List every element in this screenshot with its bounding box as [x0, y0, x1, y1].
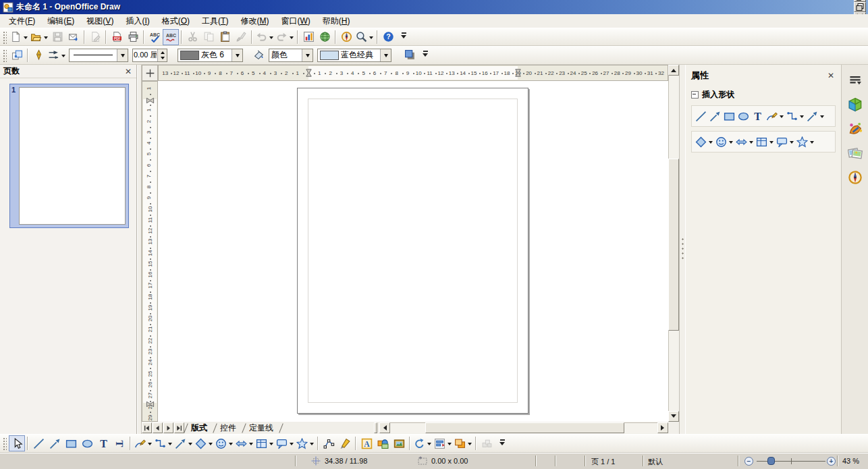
dropdown-arrow-icon[interactable] [447, 443, 452, 447]
scrollbar-thumb[interactable] [668, 159, 679, 331]
dropdown-arrow-icon[interactable] [61, 55, 65, 59]
insert-curve-button[interactable] [765, 108, 785, 124]
fill-style-select[interactable]: 颜色 [269, 49, 313, 62]
gallery-button[interactable] [391, 435, 407, 451]
line-color-select[interactable]: 灰色 6 [178, 49, 243, 62]
menu-o[interactable]: 格式(O) [156, 14, 196, 28]
line-style-select[interactable] [69, 49, 128, 62]
insert-ellipse-button[interactable] [736, 108, 751, 124]
navigator-button[interactable] [338, 29, 354, 45]
insert-line-arrow-end-button[interactable] [708, 108, 722, 124]
dropdown-arrow-icon[interactable] [729, 141, 733, 146]
help-button[interactable]: ? [380, 29, 396, 45]
dropdown-arrow-icon[interactable] [310, 443, 314, 447]
tab-area-splitter[interactable] [374, 422, 377, 433]
document-page[interactable] [297, 88, 528, 414]
dropdown-arrow-icon[interactable] [24, 36, 28, 41]
dropdown-arrow-icon[interactable] [209, 443, 213, 447]
new-document-button[interactable] [9, 29, 29, 45]
lines-arrows-button[interactable] [173, 435, 194, 451]
symbol-shapes-button[interactable] [714, 134, 734, 150]
alignment-button[interactable] [433, 435, 453, 451]
toolbar-overflow-button[interactable] [498, 439, 506, 448]
dropdown-arrow-icon[interactable] [769, 141, 774, 146]
basic-shapes-button[interactable] [194, 435, 214, 451]
margin-marker-icon[interactable] [146, 97, 155, 103]
page-thumbnail[interactable]: 1 [9, 84, 129, 228]
basic-shapes-button[interactable] [694, 134, 714, 150]
last-page-button[interactable] [174, 422, 184, 433]
area-dialog-button[interactable] [250, 47, 267, 63]
previous-page-button[interactable] [153, 422, 163, 433]
scroll-down-button[interactable] [668, 411, 679, 422]
line-dialog-button[interactable] [30, 47, 47, 63]
select-button[interactable] [9, 435, 25, 451]
margin-marker-icon[interactable] [306, 69, 312, 77]
spin-up-button[interactable] [158, 49, 167, 55]
print-button[interactable] [125, 29, 141, 45]
shadow-toggle-button[interactable] [402, 47, 418, 63]
scrollbar-thumb[interactable] [425, 422, 624, 433]
menu-e[interactable]: 编辑(E) [41, 14, 80, 28]
menu-v[interactable]: 视图(V) [80, 14, 119, 28]
edit-points-button[interactable] [321, 435, 337, 451]
vertical-text-button[interactable]: T [111, 435, 128, 451]
curve-button[interactable] [133, 435, 153, 451]
dropdown-arrow-icon[interactable] [749, 141, 753, 146]
page-template[interactable]: 默认 [648, 457, 663, 467]
block-arrows-button[interactable] [234, 435, 254, 451]
zoom-percentage[interactable]: 43 % [842, 457, 859, 465]
line-button[interactable] [30, 435, 47, 451]
rotate-button[interactable] [412, 435, 433, 451]
dropdown-arrow-icon[interactable] [168, 443, 172, 447]
toolbar-overflow-button[interactable] [400, 32, 408, 41]
ellipse-button[interactable] [79, 435, 95, 451]
rectangle-button[interactable] [63, 435, 79, 451]
menu-t[interactable]: 工具(T) [196, 14, 234, 28]
paste-button[interactable] [217, 29, 233, 45]
menu-h[interactable]: 帮助(H) [317, 14, 356, 28]
zoom-slider-handle[interactable] [767, 457, 775, 465]
drawing-canvas[interactable] [158, 81, 668, 422]
dropdown-arrow-icon[interactable] [290, 36, 294, 41]
text-button[interactable]: T [95, 435, 111, 451]
gallery-tab[interactable] [845, 143, 865, 163]
insert-rectangle-button[interactable] [722, 108, 736, 124]
star-shapes-button[interactable] [795, 134, 815, 150]
insert-lines-arrows-button[interactable] [805, 108, 825, 124]
dropdown-arrow-icon[interactable] [148, 443, 152, 447]
dropdown-arrow-icon[interactable] [369, 36, 373, 41]
dropdown-arrow-icon[interactable] [427, 443, 431, 447]
auto-spellcheck-button[interactable]: ABC [163, 29, 179, 45]
flowchart-shapes-button[interactable] [755, 134, 775, 150]
spin-down-button[interactable] [158, 55, 167, 61]
export-pdf-button[interactable]: PDF [109, 29, 125, 45]
connector-button[interactable] [153, 435, 173, 451]
glue-points-button[interactable] [337, 435, 353, 451]
margin-marker-icon[interactable] [515, 69, 521, 77]
zoom-out-button[interactable]: − [744, 457, 753, 466]
fontwork-button[interactable]: A [358, 435, 375, 451]
toolbar-grip[interactable] [2, 30, 7, 44]
symbol-shapes-button[interactable] [214, 435, 234, 451]
flowchart-shapes-button[interactable] [254, 435, 275, 451]
star-shapes-button[interactable] [295, 435, 315, 451]
open-button[interactable] [29, 29, 49, 45]
close-icon[interactable]: ✕ [826, 71, 836, 80]
dropdown-arrow-icon[interactable] [249, 443, 253, 447]
insert-connector-button[interactable] [785, 108, 805, 124]
toolbar-overflow-button[interactable] [421, 51, 429, 59]
line-width-spinner[interactable] [132, 49, 167, 62]
vertical-ruler[interactable]: 1123456789101112131415161718192021222324… [142, 81, 158, 422]
next-page-button[interactable] [163, 422, 173, 433]
dropdown-arrow-icon[interactable] [810, 141, 814, 146]
dropdown-button[interactable] [302, 49, 313, 61]
scroll-left-button[interactable] [379, 422, 390, 433]
dropdown-button[interactable] [380, 49, 391, 61]
dropdown-arrow-icon[interactable] [269, 36, 273, 41]
hyperlink-button[interactable] [317, 29, 333, 45]
navigator-tab[interactable] [845, 167, 865, 188]
panel-splitter[interactable] [137, 65, 142, 434]
horizontal-ruler[interactable]: 1312111098765432112345678910111213141516… [158, 65, 668, 81]
insert-line-button[interactable] [694, 108, 708, 124]
